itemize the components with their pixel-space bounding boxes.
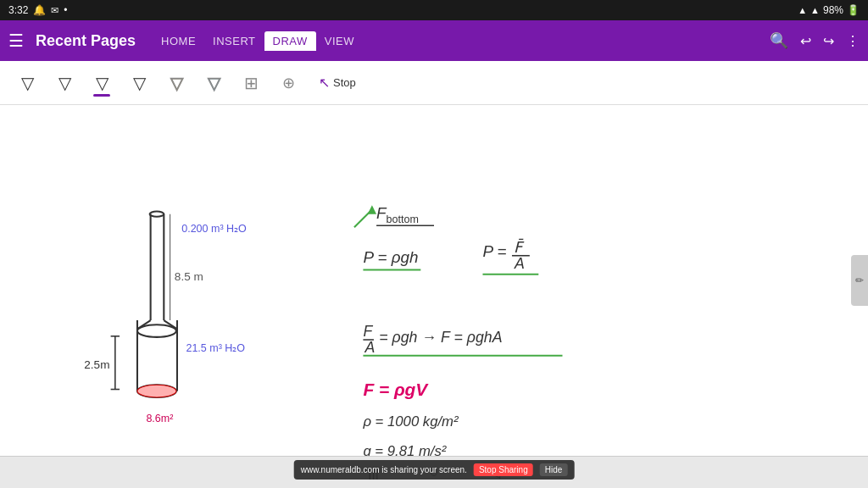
svg-text:= ρgh  →  F = ρghA: = ρgh → F = ρghA [379, 329, 502, 346]
svg-text:g = 9.81  m/s²: g = 9.81 m/s² [363, 443, 447, 456]
svg-text:8.5 m: 8.5 m [175, 270, 203, 283]
notification-icon: 🔔 [33, 4, 46, 16]
pen-tool-4[interactable]: ▽ [124, 68, 154, 98]
mail-icon: ✉ [51, 5, 58, 16]
status-right: ▲ ▲ 98% 🔋 [798, 4, 860, 16]
app-header: ☰ Recent Pages HOME INSERT DRAW VIEW 🔍 ↩… [0, 20, 868, 61]
svg-text:21.5 m³ H₂O: 21.5 m³ H₂O [186, 342, 245, 354]
canvas-content: 8.5 m 2.5m 0.200 m³ H₂O 21.5 m³ H₂O 8.6m… [0, 105, 868, 456]
svg-text:0.200 m³ H₂O: 0.200 m³ H₂O [181, 223, 247, 235]
nav-view[interactable]: VIEW [316, 31, 363, 51]
search-icon[interactable]: 🔍 [770, 31, 788, 50]
nav-insert[interactable]: INSERT [204, 31, 264, 51]
svg-text:bottom: bottom [387, 214, 419, 225]
hide-button[interactable]: Hide [540, 463, 568, 476]
pen-tool-8[interactable]: ⊕ [273, 68, 303, 98]
svg-text:2.5m: 2.5m [84, 358, 109, 371]
nav-home[interactable]: HOME [153, 31, 204, 51]
pen-tool-7[interactable]: ⊞ [236, 68, 266, 98]
screen-share-message: www.numeraldb.com is sharing your screen… [301, 465, 467, 474]
svg-text:A: A [514, 255, 525, 272]
svg-point-9 [137, 324, 176, 337]
svg-marker-20 [368, 205, 376, 214]
header-actions: 🔍 ↩ ↪ ⋮ [770, 31, 860, 50]
pen-tool-6[interactable]: ▽ [198, 68, 229, 98]
nav-bar: HOME INSERT DRAW VIEW [153, 31, 363, 51]
svg-text:F = ρgV: F = ρgV [363, 380, 429, 399]
stop-label: Stop [333, 76, 356, 89]
dot-indicator: • [64, 4, 67, 16]
cursor-icon: ↖ [319, 75, 330, 91]
time-display: 3:32 [8, 4, 28, 16]
wifi-icon: ▲ [810, 5, 820, 15]
svg-text:F: F [363, 323, 373, 340]
pen-tool-3[interactable]: ▽ [86, 68, 117, 98]
bottom-bar: www.numeraldb.com is sharing your screen… [0, 456, 868, 488]
battery-icon: 🔋 [847, 4, 860, 16]
svg-text:F̄: F̄ [514, 238, 525, 256]
status-left: 3:32 🔔 ✉ • [8, 4, 68, 16]
svg-text:8.6m²: 8.6m² [146, 413, 173, 424]
stop-sharing-button[interactable]: Stop Sharing [474, 463, 533, 476]
page-title: Recent Pages [36, 32, 136, 50]
pen-tool-2[interactable]: ▽ [49, 68, 80, 98]
stop-button[interactable]: ↖ Stop [310, 71, 364, 94]
nav-draw[interactable]: DRAW [264, 31, 316, 51]
undo-icon[interactable]: ↩ [800, 33, 811, 49]
screen-share-banner: www.numeraldb.com is sharing your screen… [294, 460, 575, 480]
svg-point-2 [150, 211, 164, 216]
svg-point-8 [137, 385, 176, 397]
status-bar: 3:32 🔔 ✉ • ▲ ▲ 98% 🔋 [0, 0, 868, 20]
draw-toolbar: ▽ ▽ ▽ ▽ ▽ ▽ ⊞ ⊕ ↖ Stop [0, 61, 868, 105]
battery-display: 98% [823, 4, 843, 16]
svg-text:P = ρgh: P = ρgh [363, 248, 418, 266]
more-icon[interactable]: ⋮ [846, 33, 860, 49]
menu-icon[interactable]: ☰ [8, 30, 24, 51]
signal-icon: ▲ [798, 5, 807, 15]
svg-text:A: A [364, 339, 375, 356]
side-handle[interactable]: ✏ [851, 255, 868, 306]
redo-icon[interactable]: ↪ [823, 33, 834, 49]
pen-tool-5[interactable]: ▽ [161, 68, 192, 98]
pen-tool-1[interactable]: ▽ [12, 68, 42, 98]
svg-text:P =: P = [482, 242, 506, 260]
canvas-area: 8.5 m 2.5m 0.200 m³ H₂O 21.5 m³ H₂O 8.6m… [0, 105, 868, 456]
edit-icon: ✏ [855, 274, 864, 286]
svg-text:ρ = 1000 kg/m²: ρ = 1000 kg/m² [362, 413, 459, 430]
